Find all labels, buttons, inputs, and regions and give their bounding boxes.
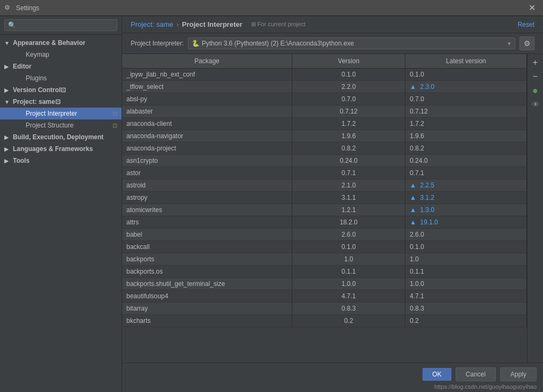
- sidebar-item-editor[interactable]: ▶ Editor: [0, 61, 122, 72]
- package-name: attrs: [122, 216, 292, 229]
- cancel-button[interactable]: Cancel: [456, 367, 496, 381]
- sidebar-item-project-interpreter[interactable]: Project Interpreter ⊡: [0, 108, 122, 119]
- sidebar-item-build-execution[interactable]: ▶ Build, Execution, Deployment: [0, 131, 122, 143]
- structure-icon: ⊡: [112, 122, 117, 129]
- col-header-version: Version: [292, 54, 405, 69]
- table-row[interactable]: backcall0.1.00.1.0: [122, 241, 527, 253]
- content-header: Project: same › Project Interpreter ⊞ Fo…: [122, 16, 543, 33]
- package-latest-version: 0.8.2: [405, 142, 527, 155]
- package-version: 0.24.0: [292, 155, 405, 167]
- package-latest-version: ▲ 19.1.0: [405, 216, 527, 229]
- window-title: Settings: [16, 4, 525, 12]
- table-row[interactable]: backports1.01.0: [122, 253, 527, 266]
- interpreter-label: Project Interpreter:: [131, 40, 184, 47]
- gear-button[interactable]: ⚙: [519, 36, 534, 50]
- sidebar-item-version-control[interactable]: ▶ Version Control ⊡: [0, 84, 122, 96]
- table-row[interactable]: bitarray0.8.30.8.3: [122, 303, 527, 315]
- upgrade-arrow-icon: ▲: [410, 206, 418, 214]
- table-row[interactable]: atomicwrites1.2.1▲ 1.3.0: [122, 204, 527, 216]
- package-latest-version: ▲ 2.2.5: [405, 179, 527, 192]
- table-row[interactable]: backports.shutil_get_terminal_size1.0.01…: [122, 278, 527, 290]
- view-package-button[interactable]: 👁: [529, 98, 542, 111]
- chevron-right-icon: ▶: [4, 158, 12, 164]
- sidebar-item-project-structure[interactable]: Project Structure ⊡: [0, 119, 122, 131]
- sidebar-search-bar[interactable]: [0, 16, 122, 35]
- package-version: 0.1.0: [292, 241, 405, 253]
- package-name: backports: [122, 253, 292, 266]
- package-name: anaconda-navigator: [122, 130, 292, 142]
- sidebar-item-label: Build, Execution, Deployment: [13, 133, 103, 141]
- table-row[interactable]: bkcharts0.20.2: [122, 315, 527, 327]
- package-table: Package Version Latest version _ipyw_jla…: [122, 54, 527, 327]
- package-name: astor: [122, 167, 292, 179]
- package-latest-version: 0.8.3: [405, 303, 527, 315]
- table-row[interactable]: babel2.6.02.6.0: [122, 229, 527, 241]
- url-text: https://blog.csdn.net/guoyihaoguoyihao: [129, 383, 537, 390]
- table-row[interactable]: attrs18.2.0▲ 19.1.0: [122, 216, 527, 229]
- add-package-button[interactable]: +: [529, 56, 542, 69]
- package-version: 2.2.0: [292, 81, 405, 93]
- package-latest-version: ▲ 2.3.0: [405, 81, 527, 93]
- package-version: 1.0: [292, 253, 405, 266]
- table-row[interactable]: backports.os0.1.10.1.1: [122, 266, 527, 278]
- table-row[interactable]: anaconda-client1.7.21.7.2: [122, 118, 527, 130]
- side-actions-panel: + − ● 👁: [527, 54, 543, 363]
- reset-button[interactable]: Reset: [518, 21, 534, 28]
- table-row[interactable]: _ipyw_jlab_nb_ext_conf0.1.00.1.0: [122, 69, 527, 81]
- project-icon: ⊡: [55, 98, 61, 105]
- ok-button[interactable]: OK: [423, 368, 451, 381]
- package-latest-version: ▲ 1.3.0: [405, 204, 527, 216]
- sidebar-item-label: Project Interpreter: [26, 110, 110, 117]
- package-name: backcall: [122, 241, 292, 253]
- install-package-button[interactable]: ●: [529, 84, 542, 97]
- sidebar-item-label: Editor: [13, 63, 32, 70]
- remove-package-button[interactable]: −: [529, 70, 542, 83]
- package-name: backports.os: [122, 266, 292, 278]
- close-button[interactable]: ✕: [525, 2, 539, 14]
- sidebar-item-languages[interactable]: ▶ Languages & Frameworks: [0, 143, 122, 155]
- chevron-down-icon: ▼: [4, 99, 12, 105]
- table-row[interactable]: astor0.7.10.7.1: [122, 167, 527, 179]
- chevron-down-icon: ▼: [4, 40, 12, 46]
- table-row[interactable]: anaconda-project0.8.20.8.2: [122, 142, 527, 155]
- table-row[interactable]: astroid2.1.0▲ 2.2.5: [122, 179, 527, 192]
- package-latest-version: 4.7.1: [405, 290, 527, 303]
- interpreter-select[interactable]: 🐍 Python 3.6 (Pythontest) (2) E:\Anacond…: [188, 37, 515, 49]
- package-latest-version: 0.1.0: [405, 241, 527, 253]
- upgrade-arrow-icon: ▲: [410, 194, 418, 201]
- interpreter-select-wrap[interactable]: 🐍 Python 3.6 (Pythontest) (2) E:\Anacond…: [188, 37, 515, 49]
- sidebar-item-label: Tools: [13, 157, 29, 164]
- apply-button[interactable]: Apply: [500, 367, 537, 381]
- breadcrumb: Project: same › Project Interpreter ⊞ Fo…: [131, 20, 305, 28]
- package-table-wrap[interactable]: Package Version Latest version _ipyw_jla…: [122, 54, 527, 363]
- bottom-bar: OK Cancel Apply https://blog.csdn.net/gu…: [122, 363, 543, 392]
- table-row[interactable]: astropy3.1.1▲ 3.1.2: [122, 192, 527, 204]
- bottom-actions: OK Cancel Apply: [129, 365, 537, 383]
- package-latest-version: 0.7.1: [405, 167, 527, 179]
- upgrade-arrow-icon: ▲: [410, 182, 418, 189]
- package-name: _tflow_select: [122, 81, 292, 93]
- table-row[interactable]: alabaster0.7.120.7.12: [122, 105, 527, 118]
- package-version: 3.1.1: [292, 192, 405, 204]
- table-row[interactable]: beautifulsoup44.7.14.7.1: [122, 290, 527, 303]
- package-latest-version: ▲ 3.1.2: [405, 192, 527, 204]
- table-row[interactable]: _tflow_select2.2.0▲ 2.3.0: [122, 81, 527, 93]
- sidebar-item-keymap[interactable]: Keymap: [0, 49, 122, 61]
- interpreter-icon: ⊡: [112, 110, 117, 117]
- sidebar-item-tools[interactable]: ▶ Tools: [0, 155, 122, 167]
- search-input[interactable]: [4, 19, 117, 31]
- sidebar-item-label: Keymap: [26, 51, 117, 58]
- package-version: 0.1.1: [292, 266, 405, 278]
- sidebar-item-plugins[interactable]: Plugins: [0, 72, 122, 84]
- package-version: 0.7.12: [292, 105, 405, 118]
- sidebar-item-project-same[interactable]: ▼ Project: same ⊡: [0, 96, 122, 108]
- package-name: absl-py: [122, 93, 292, 105]
- table-row[interactable]: anaconda-navigator1.9.61.9.6: [122, 130, 527, 142]
- package-latest-version: 0.2: [405, 315, 527, 327]
- breadcrumb-project-link[interactable]: Project: same: [131, 20, 173, 28]
- table-row[interactable]: absl-py0.7.00.7.0: [122, 93, 527, 105]
- sidebar-item-appearance[interactable]: ▼ Appearance & Behavior: [0, 37, 122, 49]
- breadcrumb-separator: ›: [176, 20, 178, 28]
- table-row[interactable]: asn1crypto0.24.00.24.0: [122, 155, 527, 167]
- chevron-right-icon: ▶: [4, 64, 12, 70]
